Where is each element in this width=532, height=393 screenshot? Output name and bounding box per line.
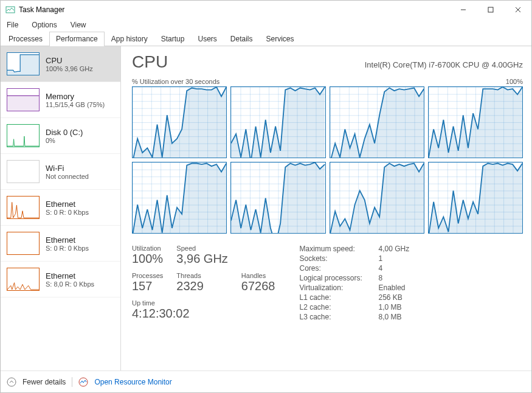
virt-value: Enabled bbox=[378, 283, 409, 292]
maxspeed-value: 4,00 GHz bbox=[378, 245, 409, 253]
sidebar-item-cpu[interactable]: CPU 100% 3,96 GHz bbox=[1, 46, 120, 82]
menu-options[interactable]: Options bbox=[29, 20, 59, 30]
main-area: CPU 100% 3,96 GHz Memory 11,5/15,4 GB (7… bbox=[1, 46, 531, 370]
virt-label: Virtualization: bbox=[299, 283, 378, 292]
maximize-button[interactable] bbox=[477, 1, 504, 19]
app-icon bbox=[5, 5, 15, 15]
sidebar-item-sub: Not connected bbox=[46, 173, 89, 180]
threads-value: 2329 bbox=[176, 279, 227, 293]
separator bbox=[72, 377, 72, 387]
svg-point-15 bbox=[7, 378, 16, 386]
chart-caption-left: % Utilization over 30 seconds bbox=[132, 78, 219, 85]
resource-monitor-icon bbox=[78, 377, 88, 387]
cpu-core-chart-2[interactable] bbox=[230, 86, 325, 158]
sockets-value: 1 bbox=[378, 254, 409, 263]
chart-caption-right: 100% bbox=[506, 78, 523, 85]
lprocs-label: Logical processors: bbox=[299, 274, 378, 282]
stats-area: Utilization 100% Speed 3,96 GHz Processe… bbox=[132, 245, 523, 325]
disk-thumb-icon bbox=[7, 124, 40, 147]
sidebar-item-sub: 100% 3,96 GHz bbox=[46, 65, 93, 72]
sidebar-item-disk[interactable]: Disk 0 (C:) 0% bbox=[1, 118, 120, 154]
tab-users[interactable]: Users bbox=[191, 32, 223, 46]
tab-app-history[interactable]: App history bbox=[105, 32, 154, 46]
svg-marker-14 bbox=[429, 164, 522, 234]
handles-value: 67268 bbox=[241, 279, 275, 293]
svg-marker-12 bbox=[231, 162, 325, 234]
sidebar-item-sub: 0% bbox=[46, 137, 83, 144]
ethernet-thumb-icon bbox=[7, 232, 40, 255]
handles-label: Handles bbox=[241, 272, 275, 279]
sidebar-item-label: Ethernet bbox=[46, 271, 94, 280]
svg-marker-7 bbox=[133, 87, 226, 158]
minimize-button[interactable] bbox=[449, 1, 477, 19]
lprocs-value: 8 bbox=[378, 274, 409, 282]
cpu-core-chart-1[interactable] bbox=[132, 86, 227, 158]
memory-thumb-icon bbox=[7, 88, 40, 111]
sidebar-item-sub: S: 0 R: 0 Kbps bbox=[46, 245, 89, 252]
sidebar-item-label: Ethernet bbox=[46, 235, 89, 245]
tab-startup[interactable]: Startup bbox=[154, 32, 192, 46]
cores-value: 4 bbox=[378, 264, 409, 273]
sidebar-item-ethernet-1[interactable]: Ethernet S: 0 R: 0 Kbps bbox=[1, 190, 120, 226]
l3-label: L3 cache: bbox=[299, 313, 378, 321]
menu-view[interactable]: View bbox=[68, 20, 89, 30]
cpu-core-chart-7[interactable] bbox=[330, 162, 424, 234]
svg-marker-5 bbox=[7, 55, 39, 75]
tab-services[interactable]: Services bbox=[260, 32, 301, 46]
stats-right: Maximum speed:4,00 GHz Sockets:1 Cores:4… bbox=[299, 245, 409, 325]
close-button[interactable] bbox=[504, 1, 531, 19]
cpu-model: Intel(R) Core(TM) i7-6700K CPU @ 4.00GHz bbox=[365, 60, 523, 69]
menu-file[interactable]: File bbox=[4, 20, 21, 30]
stats-left: Utilization 100% Speed 3,96 GHz Processe… bbox=[132, 245, 275, 325]
title-bar: Task Manager bbox=[1, 1, 531, 19]
window-title: Task Manager bbox=[19, 5, 64, 14]
svg-rect-6 bbox=[7, 96, 39, 111]
processes-value: 157 bbox=[132, 279, 163, 293]
tab-bar: Processes Performance App history Startu… bbox=[1, 31, 531, 46]
sockets-label: Sockets: bbox=[299, 254, 378, 263]
sidebar-item-label: Ethernet bbox=[46, 200, 89, 209]
utilization-label: Utilization bbox=[132, 245, 163, 252]
page-title: CPU bbox=[132, 52, 168, 72]
footer: Fewer details Open Resource Monitor bbox=[1, 370, 531, 392]
sidebar-item-wifi[interactable]: Wi-Fi Not connected bbox=[1, 154, 120, 190]
utilization-value: 100% bbox=[132, 252, 163, 266]
wifi-thumb-icon bbox=[7, 160, 40, 183]
cpu-core-chart-3[interactable] bbox=[330, 86, 424, 158]
cpu-core-chart-6[interactable] bbox=[230, 162, 325, 234]
uptime-label: Up time bbox=[132, 299, 275, 307]
cpu-charts-grid bbox=[132, 86, 523, 234]
sidebar: CPU 100% 3,96 GHz Memory 11,5/15,4 GB (7… bbox=[1, 46, 121, 370]
cores-label: Cores: bbox=[299, 264, 378, 273]
maxspeed-label: Maximum speed: bbox=[299, 245, 378, 253]
cpu-core-chart-4[interactable] bbox=[428, 86, 523, 158]
l2-label: L2 cache: bbox=[299, 303, 378, 311]
sidebar-item-ethernet-2[interactable]: Ethernet S: 0 R: 0 Kbps bbox=[1, 226, 120, 262]
sidebar-item-memory[interactable]: Memory 11,5/15,4 GB (75%) bbox=[1, 82, 120, 118]
sidebar-item-sub: S: 8,0 R: 0 Kbps bbox=[46, 280, 94, 288]
svg-marker-8 bbox=[231, 87, 325, 158]
cpu-thumb-icon bbox=[7, 52, 40, 75]
sidebar-item-sub: 11,5/15,4 GB (75%) bbox=[46, 101, 105, 108]
speed-value: 3,96 GHz bbox=[176, 252, 227, 266]
svg-rect-2 bbox=[488, 7, 493, 12]
sidebar-item-label: Wi-Fi bbox=[46, 164, 89, 173]
tab-processes[interactable]: Processes bbox=[2, 32, 49, 46]
l2-value: 1,0 MB bbox=[378, 303, 409, 311]
content-panel: CPU Intel(R) Core(TM) i7-6700K CPU @ 4.0… bbox=[121, 46, 531, 370]
tab-details[interactable]: Details bbox=[224, 32, 260, 46]
processes-label: Processes bbox=[132, 272, 163, 279]
open-resource-monitor-link[interactable]: Open Resource Monitor bbox=[94, 378, 171, 386]
fewer-details-button[interactable]: Fewer details bbox=[22, 378, 66, 386]
cpu-core-chart-8[interactable] bbox=[428, 162, 523, 234]
cpu-core-chart-5[interactable] bbox=[132, 162, 227, 234]
l1-value: 256 KB bbox=[378, 293, 409, 302]
svg-marker-11 bbox=[133, 164, 226, 234]
ethernet-thumb-icon bbox=[7, 268, 40, 291]
menu-bar: File Options View bbox=[1, 19, 531, 31]
sidebar-item-ethernet-3[interactable]: Ethernet S: 8,0 R: 0 Kbps bbox=[1, 262, 120, 297]
tab-performance[interactable]: Performance bbox=[49, 32, 105, 46]
sidebar-item-label: Memory bbox=[46, 92, 105, 101]
ethernet-thumb-icon bbox=[7, 196, 40, 219]
sidebar-item-sub: S: 0 R: 0 Kbps bbox=[46, 209, 89, 216]
